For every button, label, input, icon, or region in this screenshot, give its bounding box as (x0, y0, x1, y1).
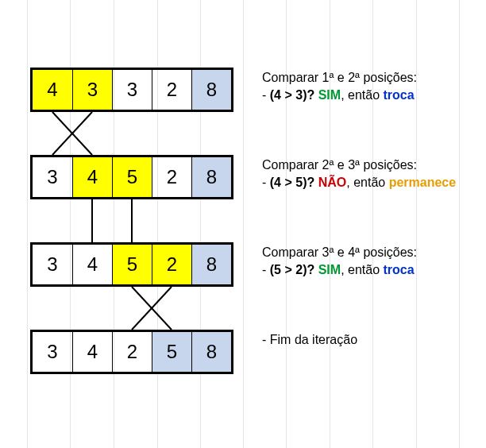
cell: 3 (112, 70, 152, 110)
cell: 2 (152, 245, 191, 284)
cell: 5 (112, 245, 152, 284)
bubble-sort-diagram: 4 3 3 2 8 Comparar 1ª e 2ª posições: - (… (0, 0, 486, 448)
svg-line-0 (52, 112, 92, 155)
cell: 2 (152, 157, 191, 197)
array-row-3: 3 4 2 5 8 (30, 330, 233, 374)
cell: 4 (72, 157, 112, 197)
caption-condition: (5 > 2)? (270, 263, 318, 276)
caption-prefix: - (262, 88, 270, 102)
cell: 4 (72, 245, 112, 284)
array-row-0: 4 3 3 2 8 (30, 68, 233, 112)
caption-prefix: - (262, 176, 270, 189)
step-caption-2: Comparar 3ª e 4ª posições: - (5 > 2)? SI… (262, 244, 417, 279)
caption-line: - Fim da iteração (262, 331, 357, 349)
cell: 8 (191, 245, 231, 284)
array-row-2: 3 4 5 2 8 (30, 242, 233, 287)
caption-verdict: SIM (318, 88, 341, 102)
cell: 4 (72, 332, 112, 372)
caption-action: troca (384, 88, 415, 102)
caption-mid: , então (346, 176, 388, 189)
svg-line-1 (52, 112, 92, 155)
caption-line: - (5 > 2)? SIM, então troca (262, 261, 417, 279)
caption-mid: , então (341, 263, 383, 276)
cell: 4 (33, 70, 72, 110)
cell: 5 (152, 332, 191, 372)
caption-line: - (4 > 3)? SIM, então troca (262, 87, 417, 104)
step-caption-3: - Fim da iteração (262, 331, 357, 349)
caption-line: Comparar 3ª e 4ª posições: (262, 244, 417, 261)
array-row-1: 3 4 5 2 8 (30, 155, 233, 199)
caption-action: troca (384, 263, 415, 276)
cell: 3 (72, 70, 112, 110)
caption-prefix: - (262, 263, 270, 276)
caption-condition: (4 > 3)? (270, 88, 318, 102)
caption-action: permanece (389, 176, 457, 189)
caption-verdict: NÃO (318, 176, 347, 189)
cell: 3 (33, 245, 72, 284)
caption-condition: (4 > 5)? (270, 176, 318, 189)
svg-line-4 (132, 287, 172, 330)
caption-verdict: SIM (318, 263, 341, 276)
step-caption-1: Comparar 2ª e 3ª posições: - (4 > 5)? NÃ… (262, 156, 456, 191)
cell: 5 (112, 157, 152, 197)
cell: 2 (112, 332, 152, 372)
cell: 8 (191, 157, 231, 197)
caption-mid: , então (341, 88, 383, 102)
caption-line: Comparar 2ª e 3ª posições: (262, 156, 456, 174)
svg-line-5 (132, 287, 172, 330)
cell: 8 (191, 70, 231, 110)
caption-line: Comparar 1ª e 2ª posições: (262, 69, 417, 87)
cell: 3 (33, 332, 72, 372)
cell: 8 (191, 332, 231, 372)
cell: 2 (152, 70, 191, 110)
cell: 3 (33, 157, 72, 197)
caption-line: - (4 > 5)? NÃO, então permanece (262, 174, 456, 191)
step-caption-0: Comparar 1ª e 2ª posições: - (4 > 3)? SI… (262, 69, 417, 104)
